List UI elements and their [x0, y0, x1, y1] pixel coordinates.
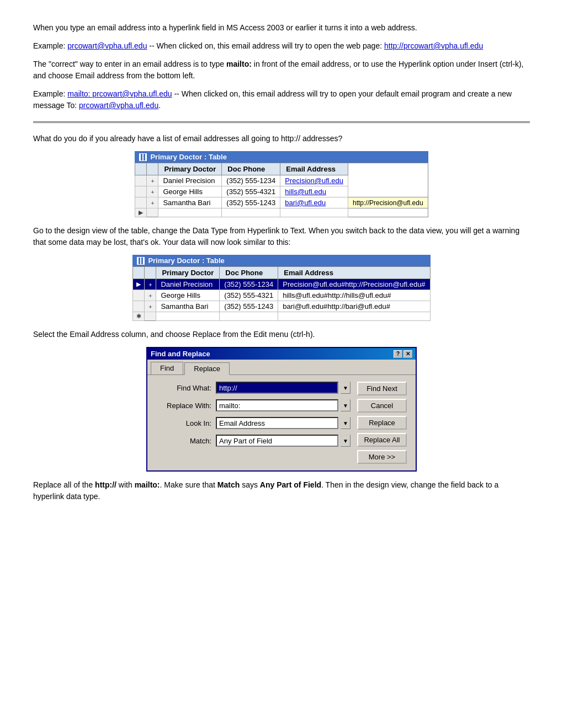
table-row: + George Hills (352) 555-4321 hills@ufl.…	[135, 186, 428, 197]
para3-bold: mailto:	[226, 60, 252, 68]
replace-with-input[interactable]	[216, 399, 338, 411]
cell-empty	[278, 312, 430, 321]
para8-bold2: mailto:	[135, 480, 160, 489]
tab-replace[interactable]: Replace	[184, 362, 230, 375]
cell-phone: (352) 555-1243	[220, 301, 278, 312]
cell-phone: (352) 555-4321	[222, 186, 280, 197]
table1: Primary Doctor Doc Phone Email Address +…	[135, 163, 428, 217]
replace-all-button[interactable]: Replace All	[357, 433, 407, 447]
email-link[interactable]: Precision@ufl.edu	[285, 176, 343, 185]
paragraph-5: What do you do if you already have a lis…	[33, 133, 530, 144]
paragraph-7: Select the Email Address column, and cho…	[33, 329, 530, 340]
dialog-wrapper: Find and Replace ? ✕ Find Replace Find W…	[33, 347, 530, 472]
cell-empty	[280, 208, 348, 217]
para3-prefix: The "correct" way to enter in an email a…	[33, 60, 226, 68]
table-row: + Samantha Bari (352) 555-1243 bari@ufl.…	[135, 197, 428, 208]
col-email-address: Email Address	[278, 267, 430, 279]
dialog-help-btn[interactable]: ?	[394, 350, 402, 358]
look-in-dropdown[interactable]: ▼	[341, 417, 350, 429]
table2-container: Primary Doctor : Table Primary Doctor Do…	[132, 255, 430, 321]
cell-doctor: Daniel Precision	[156, 279, 220, 290]
paragraph-1: When you type an email address into a hy…	[33, 22, 530, 34]
row-marker: ▶	[133, 279, 145, 290]
para2-link1[interactable]: prcowart@vpha.ufl.edu	[67, 41, 147, 50]
cell-email: hills@ufl.edu	[280, 186, 348, 197]
dialog-title: Find and Replace	[151, 350, 210, 358]
more-button[interactable]: More >>	[357, 450, 407, 464]
cell-email: Precision@ufl.edu#http://Precision@ufl.e…	[278, 279, 430, 290]
cell-phone: (352) 555-1243	[222, 197, 280, 208]
para8-mid3: says	[240, 480, 260, 489]
replace-with-dropdown[interactable]: ▼	[341, 399, 350, 411]
grid-icon	[139, 153, 147, 161]
cell-empty	[156, 312, 220, 321]
match-row: Match: ▼	[156, 435, 350, 447]
table2: Primary Doctor Doc Phone Email Address ▶…	[132, 266, 430, 321]
col-primary-doctor: Primary Doctor	[158, 163, 222, 175]
cell-email: bari@ufl.edu	[280, 197, 348, 208]
para4-prefix: Example:	[33, 89, 67, 98]
cell-phone: (352) 555-1234	[220, 279, 278, 290]
look-in-input[interactable]	[216, 417, 338, 429]
table1-header-row: Primary Doctor Doc Phone Email Address	[135, 163, 428, 175]
table1-title-text: Primary Doctor : Table	[150, 153, 226, 161]
table1-title: Primary Doctor : Table	[135, 151, 428, 163]
email-link[interactable]: bari@ufl.edu	[285, 199, 326, 207]
row-marker	[135, 186, 147, 197]
expand-btn[interactable]: +	[147, 175, 158, 186]
find-what-dropdown[interactable]: ▼	[341, 382, 350, 394]
cell-empty	[222, 208, 280, 217]
para8-bold1: http://	[95, 480, 116, 489]
cell-doctor: George Hills	[156, 290, 220, 301]
table-row: + Samantha Bari (352) 555-1243 bari@ufl.…	[133, 301, 430, 312]
row-marker	[133, 290, 145, 301]
replace-with-label: Replace With:	[156, 402, 211, 410]
expand-btn[interactable]: +	[147, 186, 158, 197]
table-row: + Daniel Precision (352) 555-1234 Precis…	[135, 175, 428, 186]
cell-email: bari@ufl.edu#http://bari@ufl.edu#	[278, 301, 430, 312]
expand-btn[interactable]: +	[145, 290, 156, 301]
dialog-fields: Find What: ▼ Replace With: ▼	[156, 382, 350, 464]
table2-title-text: Primary Doctor : Table	[148, 256, 224, 265]
expand-btn[interactable]: +	[145, 301, 156, 312]
asterisk-row: ✱	[133, 312, 430, 321]
table2-title: Primary Doctor : Table	[132, 255, 430, 266]
overflow-cell: http://Precision@ufl.edu	[348, 197, 428, 208]
row-marker: ▶	[135, 208, 147, 217]
para4-link1[interactable]: mailto: prcowart@vpha.ufl.edu	[67, 89, 172, 98]
para4-link2[interactable]: prcowart@vpha.ufl.edu	[79, 101, 158, 110]
para2-link2[interactable]: http://prcowart@vpha.ufl.edu	[384, 41, 483, 50]
cell-empty	[158, 208, 222, 217]
find-replace-dialog: Find and Replace ? ✕ Find Replace Find W…	[146, 347, 417, 472]
table2-header-row: Primary Doctor Doc Phone Email Address	[133, 267, 430, 279]
replace-button[interactable]: Replace	[357, 416, 407, 430]
cell-doctor: Samantha Bari	[158, 197, 222, 208]
email-link[interactable]: hills@ufl.edu	[285, 188, 326, 196]
row-marker	[133, 301, 145, 312]
replace-with-input-group: ▼	[216, 399, 350, 411]
find-what-label: Find What:	[156, 384, 211, 392]
dialog-actions: Find Next Cancel Replace Replace All Mor…	[350, 382, 407, 464]
dialog-content: Find What: ▼ Replace With: ▼	[156, 382, 407, 464]
find-next-button[interactable]: Find Next	[357, 382, 407, 395]
dialog-titlebar: Find and Replace ? ✕	[147, 348, 416, 360]
cancel-button[interactable]: Cancel	[357, 399, 407, 413]
col-doc-phone: Doc Phone	[220, 267, 278, 279]
match-dropdown[interactable]: ▼	[341, 435, 350, 447]
cell-phone: (352) 555-4321	[220, 290, 278, 301]
find-what-input[interactable]	[216, 382, 338, 394]
para8-bold3: Match	[217, 480, 240, 489]
dialog-tabs: Find Replace	[147, 360, 416, 375]
row-marker	[135, 175, 147, 186]
table1-container: Primary Doctor : Table Primary Doctor Do…	[135, 151, 428, 217]
row-marker	[135, 197, 147, 208]
expand-btn[interactable]: +	[145, 279, 156, 290]
paragraph-6: Go to the design view of the table, chan…	[33, 225, 530, 248]
table-row: + George Hills (352) 555-4321 hills@ufl.…	[133, 290, 430, 301]
dialog-close-btn[interactable]: ✕	[403, 350, 412, 358]
cell-phone: (352) 555-1234	[222, 175, 280, 186]
para8-mid2: . Make sure that	[160, 480, 217, 489]
tab-find[interactable]: Find	[151, 362, 183, 374]
expand-btn[interactable]: +	[147, 197, 158, 208]
match-input[interactable]	[216, 435, 338, 447]
